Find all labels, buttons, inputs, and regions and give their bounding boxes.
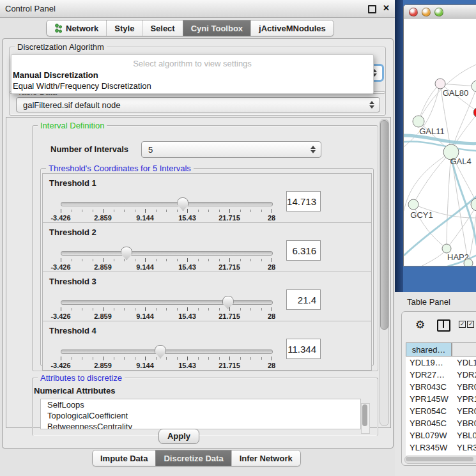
attribute-list-item[interactable]: BetweennessCentrality bbox=[41, 421, 360, 429]
threshold-row: Threshold 4 11.344 -3.4262.8599.14415.43… bbox=[42, 321, 372, 371]
threshold-value-field[interactable]: 6.316 bbox=[286, 240, 321, 261]
slider-tick bbox=[250, 259, 251, 261]
cell-name[interactable]: YPR1 bbox=[452, 393, 476, 405]
slider-tick-label: 21.715 bbox=[219, 312, 240, 320]
network-node[interactable] bbox=[435, 79, 445, 89]
cell-shared-name[interactable]: YBR043C bbox=[406, 381, 452, 393]
close-traffic-light[interactable] bbox=[409, 8, 418, 17]
cell-name[interactable]: YBR0 bbox=[452, 417, 476, 429]
network-canvas[interactable]: GAL80GCGAL11GAL4GCY1HHAP2 bbox=[404, 18, 476, 266]
slider-tick-label: 21.715 bbox=[219, 263, 240, 271]
slider-tick bbox=[177, 210, 178, 212]
threshold-slider-track[interactable] bbox=[61, 349, 273, 354]
mode-tabs: Impute DataDiscretize DataInfer Network bbox=[92, 450, 301, 466]
app-root: Control Panel ✕ NetworkStyleSelectCyni T… bbox=[0, 0, 476, 476]
threshold-slider-track[interactable] bbox=[61, 300, 273, 305]
threshold-value-field[interactable]: 21.4 bbox=[286, 289, 321, 310]
tab-discretize-data[interactable]: Discretize Data bbox=[155, 450, 231, 466]
cell-shared-name[interactable]: YDR27… bbox=[406, 369, 452, 381]
checkbox-icon[interactable]: ✓ bbox=[459, 321, 466, 328]
cell-shared-name[interactable]: YER054C bbox=[406, 405, 452, 417]
slider-tick bbox=[156, 259, 157, 261]
cell-name[interactable]: YDR2 bbox=[452, 369, 476, 381]
threshold-slider-thumb[interactable] bbox=[121, 247, 132, 260]
threshold-value-field[interactable]: 11.344 bbox=[286, 339, 321, 359]
network-node-gal80[interactable] bbox=[472, 81, 476, 92]
threshold-slider-track[interactable] bbox=[61, 202, 273, 206]
tab-impute-data[interactable]: Impute Data bbox=[93, 450, 155, 466]
slider-tick bbox=[261, 308, 262, 311]
tab-jactivemnodules[interactable]: jActiveMNodules bbox=[250, 20, 334, 36]
table-row[interactable]: YER054CYER0 bbox=[406, 405, 476, 417]
slider-tick bbox=[261, 210, 262, 212]
float-window-icon[interactable] bbox=[368, 5, 376, 13]
table-row[interactable]: YBL079WYBL0 bbox=[406, 429, 476, 441]
table-row[interactable]: YDR27…YDR2 bbox=[406, 369, 476, 381]
tab-style[interactable]: Style bbox=[106, 20, 142, 36]
split-divider[interactable] bbox=[395, 0, 403, 292]
cell-shared-name[interactable]: YBR045C bbox=[406, 417, 452, 429]
network-node-hap2[interactable] bbox=[442, 244, 451, 253]
column-header-shared-name[interactable]: shared… bbox=[406, 342, 452, 357]
tab-infer-network[interactable]: Infer Network bbox=[231, 450, 300, 466]
cell-name[interactable]: YLR3 bbox=[452, 441, 476, 454]
table-data-selected-value: galFiltered.sif default node bbox=[17, 100, 120, 110]
table-row[interactable]: YPR145WYPR1 bbox=[406, 393, 476, 405]
vertical-scrollbar[interactable] bbox=[380, 119, 389, 426]
table-row[interactable]: YLR345WYLR3 bbox=[406, 441, 476, 454]
network-node-gcy1[interactable] bbox=[408, 199, 418, 210]
slider-tick bbox=[272, 357, 272, 360]
network-icon bbox=[54, 24, 63, 33]
cell-name[interactable]: YBL0 bbox=[452, 429, 476, 441]
table-row[interactable]: YBR045CYBR0 bbox=[406, 417, 476, 429]
slider-tick bbox=[187, 357, 188, 360]
threshold-label: Threshold 1 bbox=[49, 178, 96, 188]
table-body[interactable]: YDL19…YDL1YDR27…YDR2YBR043CYBR0YPR145WYP… bbox=[406, 357, 476, 456]
slider-tick bbox=[145, 209, 146, 213]
threshold-slider-thumb[interactable] bbox=[222, 296, 234, 309]
hscrollbar-thumb[interactable] bbox=[406, 457, 473, 461]
right-region: GAL80GCGAL11GAL4GCY1HHAP2 Table Panel ⚙ … bbox=[395, 0, 476, 476]
dropdown-option-equal-width[interactable]: Equal Width/Frequency Discretization bbox=[13, 81, 151, 91]
attributes-list[interactable]: SelfLoopsTopologicalCoefficientBetweenne… bbox=[40, 399, 361, 429]
tab-cyni-toolbox[interactable]: Cyni Toolbox bbox=[183, 20, 250, 36]
cell-shared-name[interactable]: YDL19… bbox=[406, 357, 452, 369]
column-header-name[interactable]: n bbox=[452, 342, 476, 357]
cell-shared-name[interactable]: YBL079W bbox=[406, 429, 452, 441]
tab-network[interactable]: Network bbox=[47, 20, 106, 36]
cell-name[interactable]: YER0 bbox=[452, 405, 476, 417]
horizontal-scrollbar[interactable] bbox=[404, 456, 476, 464]
network-node[interactable] bbox=[464, 259, 473, 266]
slider-tick bbox=[272, 258, 272, 262]
num-intervals-combobox[interactable]: 5 bbox=[141, 141, 321, 158]
cell-name[interactable]: YDL1 bbox=[452, 357, 476, 369]
cell-shared-name[interactable]: YPR145W bbox=[406, 393, 452, 405]
network-node-gal11[interactable] bbox=[413, 116, 424, 127]
scrollbar-thumb[interactable] bbox=[380, 120, 388, 330]
tab-select[interactable]: Select bbox=[142, 20, 182, 36]
cell-shared-name[interactable]: YLR345W bbox=[406, 441, 452, 454]
slider-tick-label: 28 bbox=[268, 263, 275, 271]
threshold-value-field[interactable]: 14.713 bbox=[286, 191, 321, 211]
cell-name[interactable]: YBR0 bbox=[452, 381, 476, 393]
table-data-combobox[interactable]: galFiltered.sif default node bbox=[16, 97, 380, 112]
apply-button[interactable]: Apply bbox=[158, 429, 199, 444]
gear-icon[interactable]: ⚙ bbox=[415, 318, 425, 332]
tab-label: Cyni Toolbox bbox=[191, 24, 243, 33]
slider-tick bbox=[103, 209, 104, 213]
attribute-list-item[interactable]: TopologicalCoefficient bbox=[41, 410, 360, 421]
close-icon[interactable]: ✕ bbox=[383, 3, 390, 13]
split-table-icon[interactable] bbox=[437, 319, 450, 332]
slider-tick bbox=[272, 209, 272, 213]
attributes-list-scrollbar[interactable] bbox=[361, 403, 370, 434]
checkbox-icon[interactable]: ✓ bbox=[467, 321, 474, 328]
table-row[interactable]: YBR043CYBR0 bbox=[406, 381, 476, 393]
table-row[interactable]: YDL19…YDL1 bbox=[406, 357, 476, 369]
threshold-slider-thumb[interactable] bbox=[155, 345, 166, 358]
dropdown-option-manual[interactable]: Manual Discretization bbox=[13, 70, 98, 80]
attributes-groupbox: Attributes to discretize Numerical Attri… bbox=[32, 378, 378, 436]
threshold-slider-track[interactable] bbox=[61, 251, 273, 256]
zoom-traffic-light[interactable] bbox=[434, 8, 443, 17]
minimize-traffic-light[interactable] bbox=[422, 8, 431, 17]
attribute-list-item[interactable]: SelfLoops bbox=[41, 399, 360, 410]
